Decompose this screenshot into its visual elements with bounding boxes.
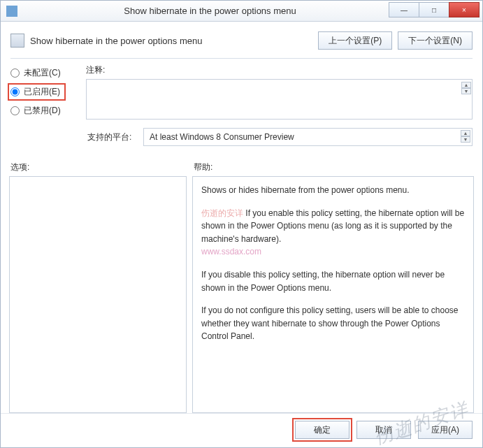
options-pane[interactable] [9, 176, 187, 413]
comment-spin-down-icon[interactable]: ▼ [461, 88, 471, 94]
window-control-buttons: — □ × [389, 2, 480, 20]
radio-disabled-label: 已禁用(D) [24, 105, 61, 117]
previous-setting-button[interactable]: 上一个设置(P) [318, 31, 392, 50]
options-section-label: 选项: [10, 161, 194, 173]
help-paragraph-2: 伤逝的安详 If you enable this policy setting,… [201, 207, 465, 259]
next-setting-button[interactable]: 下一个设置(N) [398, 31, 473, 50]
policy-icon [10, 34, 24, 48]
radio-disabled[interactable]: 已禁用(D) [10, 105, 86, 117]
minimize-button[interactable]: — [389, 2, 419, 17]
platform-value-text: At least Windows 8 Consumer Preview [150, 132, 294, 142]
platform-value: At least Windows 8 Consumer Preview ▲ ▼ [143, 128, 473, 146]
radio-enabled-input[interactable] [10, 87, 20, 96]
apply-button[interactable]: 应用(A) [418, 421, 473, 439]
footer: 确定 取消 应用(A) [1, 413, 482, 447]
radio-column: 未配置(C) 已启用(E) 已禁用(D) [10, 64, 86, 124]
platform-spin-up-icon[interactable]: ▲ [461, 130, 470, 136]
comment-spin-up-icon[interactable]: ▲ [461, 82, 471, 88]
comment-label: 注释: [86, 64, 473, 76]
close-button[interactable]: × [449, 2, 480, 17]
radio-enabled-label: 已启用(E) [24, 86, 60, 98]
titlebar: Show hibernate in the power options menu… [1, 1, 482, 22]
panes: Shows or hides hibernate from the power … [1, 176, 482, 413]
radio-disabled-input[interactable] [10, 106, 20, 115]
inline-watermark-2: www.ssdax.com [201, 247, 261, 256]
config-area: 未配置(C) 已启用(E) 已禁用(D) 注释: ▲ ▼ [1, 59, 482, 125]
radio-not-configured[interactable]: 未配置(C) [10, 67, 86, 79]
inline-watermark-1: 伤逝的安详 [201, 208, 243, 218]
policy-editor-window: Show hibernate in the power options menu… [0, 0, 483, 448]
radio-enabled[interactable]: 已启用(E) [10, 86, 63, 98]
radio-not-configured-input[interactable] [10, 68, 20, 78]
help-pane[interactable]: Shows or hides hibernate from the power … [192, 176, 474, 413]
app-titlebar-icon [6, 6, 17, 17]
help-paragraph-3: If you disable this policy setting, the … [201, 268, 465, 294]
platform-spin-down-icon[interactable]: ▼ [461, 136, 470, 143]
comment-column: 注释: ▲ ▼ [86, 64, 473, 124]
maximize-button[interactable]: □ [419, 2, 449, 17]
comment-textarea[interactable] [86, 79, 473, 120]
policy-title: Show hibernate in the power options menu [30, 36, 312, 46]
radio-not-configured-label: 未配置(C) [24, 67, 61, 79]
platform-label: 支持的平台: [87, 131, 143, 143]
help-section-label: 帮助: [194, 161, 212, 173]
header-row: Show hibernate in the power options menu… [1, 22, 482, 54]
cancel-button[interactable]: 取消 [356, 421, 411, 439]
platform-row: 支持的平台: At least Windows 8 Consumer Previ… [1, 125, 482, 150]
help-paragraph-4: If you do not configure this policy sett… [201, 304, 465, 343]
ok-button[interactable]: 确定 [295, 421, 349, 439]
help-paragraph-1: Shows or hides hibernate from the power … [201, 184, 465, 197]
titlebar-title: Show hibernate in the power options menu [22, 6, 398, 16]
section-labels: 选项: 帮助: [1, 150, 482, 176]
